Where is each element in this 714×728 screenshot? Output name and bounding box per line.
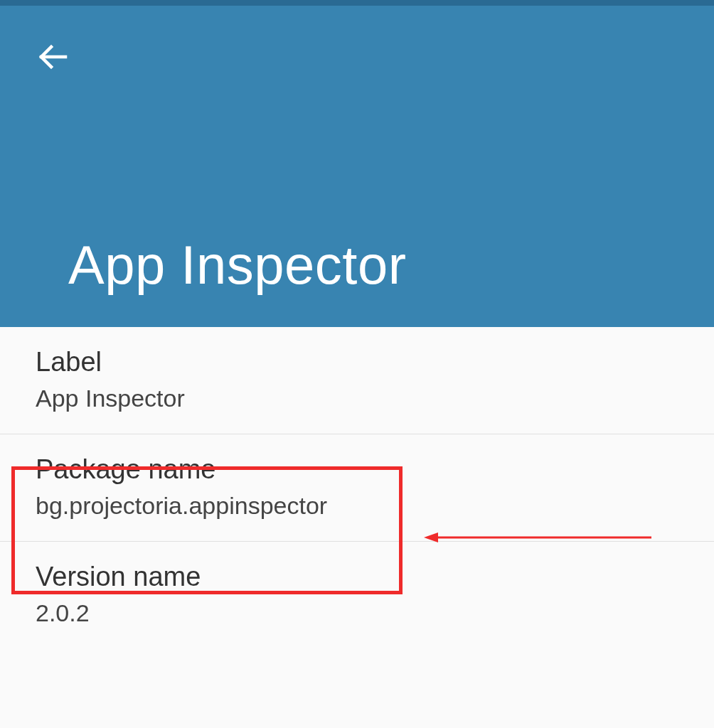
details-list: Label App Inspector Package name bg.proj… [0,327,714,648]
item-value: App Inspector [36,385,678,412]
item-title: Package name [36,454,678,485]
list-item-version-name[interactable]: Version name 2.0.2 [0,542,714,648]
app-bar: App Inspector [0,6,714,327]
list-item-package-name[interactable]: Package name bg.projectoria.appinspector [0,434,714,542]
item-title: Label [36,347,678,378]
item-title: Version name [36,562,678,592]
back-button[interactable] [31,37,74,80]
page-title: App Inspector [68,234,406,296]
item-value: bg.projectoria.appinspector [36,492,678,520]
status-bar [0,0,714,6]
item-value: 2.0.2 [36,599,678,627]
list-item-label[interactable]: Label App Inspector [0,327,714,434]
back-arrow-icon [36,40,70,77]
